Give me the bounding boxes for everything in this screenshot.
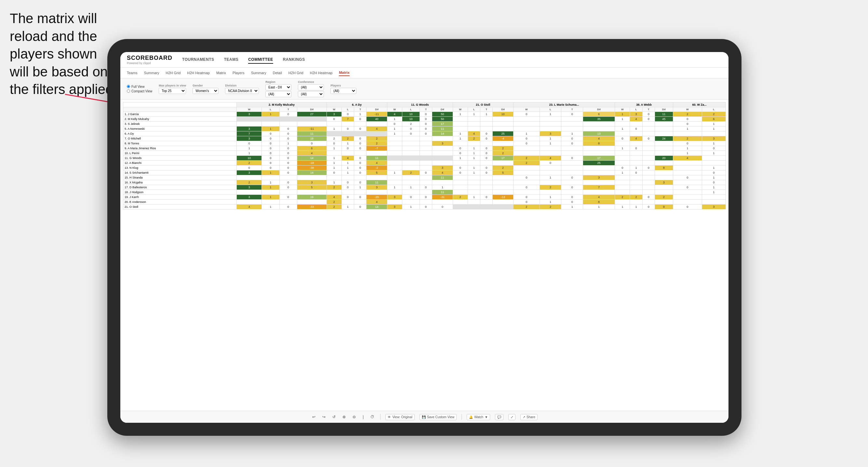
- cell-r16-c7: [367, 190, 388, 195]
- cell-r11-c7: -2: [367, 165, 388, 170]
- cell-r7-c16: [513, 146, 539, 151]
- cell-r7-c8: [387, 146, 402, 151]
- nav-tournaments[interactable]: TOURNAMENTS: [182, 56, 214, 64]
- nav-rankings[interactable]: RANKINGS: [283, 56, 305, 64]
- sub-nav-players[interactable]: Players: [232, 70, 245, 76]
- cell-r8-c7: [367, 151, 388, 156]
- region-all-select[interactable]: (All): [266, 91, 291, 97]
- table-row: 15. H Stranda11010301: [123, 175, 726, 180]
- cell-r19-c1: 1: [262, 205, 279, 210]
- cell-r4-c23: [655, 131, 673, 136]
- gender-select[interactable]: Women's: [192, 88, 219, 94]
- cell-r15-c3: 5: [297, 185, 327, 190]
- expand-btn[interactable]: ⤢: [508, 414, 516, 420]
- share-btn[interactable]: ↗ Share: [520, 414, 537, 420]
- compact-view-option[interactable]: Compact View: [127, 89, 152, 93]
- cell-r6-c25: 1: [702, 141, 725, 146]
- save-custom-btn[interactable]: 💾 Save Custom View: [420, 414, 457, 420]
- full-view-radio[interactable]: [127, 85, 130, 88]
- cell-r12-c6: 0: [354, 170, 367, 175]
- cell-r14-c12: [453, 180, 468, 185]
- cell-r1-c25: 6: [702, 117, 725, 122]
- cell-r9-c16: 2: [513, 156, 539, 161]
- sub-nav-h2h-heatmap2[interactable]: H2H Heatmap: [310, 70, 333, 76]
- bell-icon: 🔔: [469, 415, 473, 419]
- cell-r4-c0: 7: [237, 131, 262, 136]
- cell-r0-c15: 10: [493, 112, 514, 117]
- cell-r4-c7: [367, 131, 388, 136]
- cell-r2-c13: [468, 122, 480, 126]
- cell-r13-c18: 0: [561, 175, 583, 180]
- max-players-select[interactable]: Top 25: [159, 88, 186, 94]
- cell-r6-c22: [642, 141, 655, 146]
- watch-btn[interactable]: 🔔 Watch ▼: [467, 414, 490, 420]
- nav-teams[interactable]: TEAMS: [224, 56, 239, 64]
- cell-r19-c20: 1: [615, 205, 630, 210]
- zoom-icon[interactable]: ⊕: [341, 414, 347, 420]
- zoom-out-icon[interactable]: ⊖: [351, 414, 357, 420]
- compact-view-radio[interactable]: [127, 89, 130, 93]
- conference-select[interactable]: (All): [298, 84, 324, 90]
- header-empty: [123, 102, 237, 107]
- matrix-content[interactable]: 2. M Kelly Mulcahy 6. A Dy 11. G Woods 2…: [120, 99, 728, 411]
- region-select[interactable]: East - DII: [266, 84, 291, 90]
- cell-r16-c17: [539, 190, 561, 195]
- cell-r4-c12: 1: [453, 131, 468, 136]
- refresh-icon[interactable]: ↺: [331, 414, 337, 420]
- nav-committee[interactable]: COMMITTEE: [248, 56, 273, 64]
- cell-r15-c6: 1: [354, 185, 367, 190]
- sub-nav-summary2[interactable]: Summary: [251, 70, 266, 76]
- cell-r12-c21: 0: [630, 170, 642, 175]
- cell-r19-c16: 2: [513, 205, 539, 210]
- cell-r0-c10: 0: [420, 112, 432, 117]
- cell-r19-c19: 1: [583, 205, 615, 210]
- cell-r6-c2: 1: [279, 141, 297, 146]
- clock-icon[interactable]: ⏱: [369, 414, 375, 420]
- comment-btn[interactable]: 💬: [495, 414, 503, 420]
- player-name-13: 15. H Stranda: [123, 175, 237, 180]
- cell-r12-c24: [673, 170, 702, 175]
- cell-r4-c8: 1: [387, 131, 402, 136]
- division-select[interactable]: NCAA Division II: [225, 88, 259, 94]
- cell-r6-c3: 0: [297, 141, 327, 146]
- cell-r15-c23: [655, 185, 673, 190]
- sh-w6: W: [615, 107, 630, 112]
- sub-nav-summary1[interactable]: Summary: [144, 70, 159, 76]
- sub-nav-teams[interactable]: Teams: [127, 70, 137, 76]
- sub-nav-h2h-grid2[interactable]: H2H Grid: [288, 70, 303, 76]
- cell-r16-c2: [279, 190, 297, 195]
- conference-all-select[interactable]: (All): [298, 91, 324, 97]
- cell-r2-c24: 0: [673, 122, 702, 126]
- cell-r0-c22: 0: [642, 112, 655, 117]
- cell-r0-c4: 3: [327, 112, 341, 117]
- cell-r5-c25: 3: [702, 136, 725, 141]
- undo-icon[interactable]: ↩: [311, 414, 316, 420]
- cell-r5-c14: 0: [480, 136, 493, 141]
- sub-nav-h2h-grid1[interactable]: H2H Grid: [165, 70, 181, 76]
- sub-nav-h2h-heatmap1[interactable]: H2H Heatmap: [187, 70, 210, 76]
- cell-r6-c20: [615, 141, 630, 146]
- cell-r18-c14: [480, 200, 493, 205]
- sub-nav-detail[interactable]: Detail: [273, 70, 282, 76]
- sh-t1: T: [279, 107, 297, 112]
- players-select[interactable]: (All): [331, 88, 356, 94]
- cell-r8-c23: [655, 151, 673, 156]
- redo-icon[interactable]: ↪: [321, 414, 327, 420]
- view-original-btn[interactable]: 👁 View: Original: [385, 414, 415, 420]
- cell-r6-c6: 0: [354, 141, 367, 146]
- cell-r17-c12: 2: [453, 195, 468, 200]
- cell-r8-c1: 0: [262, 151, 279, 156]
- cell-r0-c5: 0: [341, 112, 354, 117]
- cell-r4-c24: [673, 131, 702, 136]
- cell-r16-c15: [493, 190, 514, 195]
- sub-nav-matrix1[interactable]: Matrix: [216, 70, 226, 76]
- cell-r0-c16: 0: [513, 112, 539, 117]
- cell-r16-c16: [513, 190, 539, 195]
- cell-r15-c22: [642, 185, 655, 190]
- sh-dif2: Dif: [367, 107, 388, 112]
- sub-nav-matrix2[interactable]: Matrix: [339, 70, 349, 76]
- cell-r11-c10: [420, 165, 432, 170]
- cell-r5-c0: 3: [237, 136, 262, 141]
- full-view-option[interactable]: Full View: [127, 85, 152, 89]
- cell-r2-c5: [341, 122, 354, 126]
